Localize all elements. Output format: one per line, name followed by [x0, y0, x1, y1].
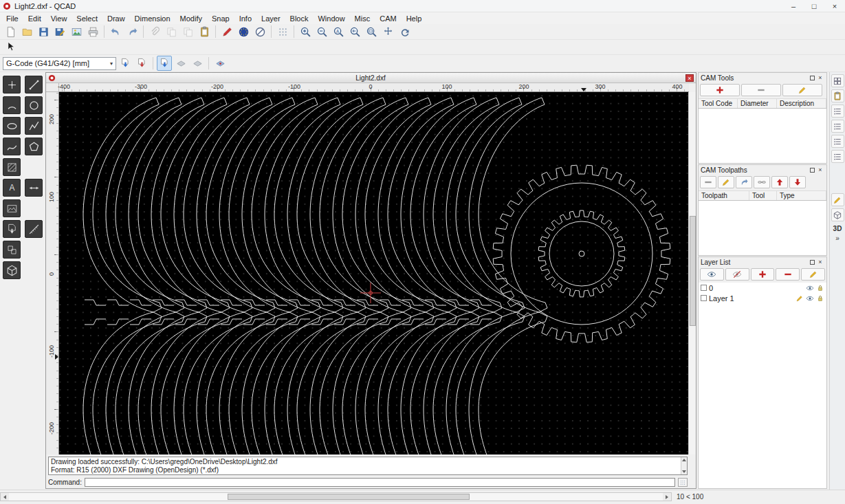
redo-button[interactable]: [124, 24, 140, 39]
copy-with-reference-button[interactable]: [180, 24, 195, 39]
layer-list[interactable]: 0 Layer 1: [699, 283, 826, 488]
dock-3d-label[interactable]: 3D: [833, 225, 842, 232]
open-file-button[interactable]: [19, 24, 34, 39]
pan-zoom-button[interactable]: [380, 24, 395, 39]
close-button[interactable]: ×: [824, 0, 845, 12]
move-up-button[interactable]: [771, 176, 788, 188]
horizontal-scrollbar[interactable]: [0, 492, 672, 501]
add-layer-button[interactable]: [751, 268, 775, 281]
panel-float-button[interactable]: [808, 258, 816, 266]
measure-tool-button[interactable]: [25, 220, 43, 238]
menu-window[interactable]: Window: [313, 14, 349, 23]
cam-simulate-button[interactable]: [212, 56, 228, 71]
panel-close-button[interactable]: ×: [816, 74, 824, 82]
dock-view-cube-button[interactable]: [831, 208, 844, 221]
save-as-button[interactable]: [52, 24, 67, 39]
isometric-view-button[interactable]: [173, 56, 188, 71]
scroll-right-icon[interactable]: [666, 495, 668, 499]
menu-edit[interactable]: Edit: [23, 14, 46, 23]
scroll-left-icon[interactable]: [3, 495, 6, 499]
print-button[interactable]: [85, 24, 100, 39]
menu-dimension[interactable]: Dimension: [130, 14, 175, 23]
property-editor-button[interactable]: [219, 24, 234, 39]
panel-float-button[interactable]: [808, 166, 816, 174]
dock-selection-filter-button[interactable]: [831, 120, 844, 133]
remove-tool-button[interactable]: [741, 84, 781, 96]
command-options-button[interactable]: [678, 478, 688, 487]
redraw-button[interactable]: [397, 24, 412, 39]
hide-all-layers-button[interactable]: [725, 268, 749, 281]
menu-block[interactable]: Block: [285, 14, 314, 23]
pencil-icon[interactable]: [795, 294, 804, 303]
cam-reexport-button[interactable]: [134, 56, 149, 71]
undo-button[interactable]: [108, 24, 123, 39]
previous-view-button[interactable]: [347, 24, 362, 39]
edit-layer-button[interactable]: [801, 268, 825, 281]
command-input[interactable]: [85, 478, 675, 487]
column-header[interactable]: Tool Code: [699, 99, 738, 108]
disable-preview-button[interactable]: [252, 24, 267, 39]
remove-toolpath-button[interactable]: [700, 176, 716, 188]
cam-tool-button[interactable]: [3, 220, 21, 238]
zoom-in-button[interactable]: [298, 24, 313, 39]
add-tool-button[interactable]: [700, 84, 740, 96]
modify-tool-button[interactable]: [3, 241, 21, 259]
vertical-scrollbar-thumb[interactable]: [690, 216, 696, 326]
console-scrollbar[interactable]: [681, 457, 687, 474]
lock-icon[interactable]: [816, 294, 824, 303]
auto-zoom-button[interactable]: [331, 24, 346, 39]
menu-cam[interactable]: CAM: [375, 14, 401, 23]
cut-button[interactable]: [147, 24, 162, 39]
menu-misc[interactable]: Misc: [350, 14, 375, 23]
layer-checkbox[interactable]: [701, 295, 707, 301]
postprocessor-select[interactable]: G-Code (G41/G42) [mm] ▾: [3, 57, 116, 70]
panel-close-button[interactable]: ×: [816, 258, 824, 266]
text-tool-button[interactable]: [3, 179, 21, 197]
point-tool-button[interactable]: [3, 76, 21, 94]
layer-row[interactable]: 0: [699, 283, 826, 293]
circle-tool-button[interactable]: [25, 96, 43, 114]
column-header[interactable]: Toolpath: [699, 191, 749, 200]
menu-help[interactable]: Help: [402, 14, 427, 23]
view-3d-tool-button[interactable]: [3, 261, 21, 279]
panel-float-button[interactable]: [808, 74, 816, 82]
ellipse-tool-button[interactable]: [3, 117, 21, 135]
eye-icon[interactable]: [806, 294, 814, 303]
layer-checkbox[interactable]: [701, 285, 707, 291]
copy-button[interactable]: [164, 24, 179, 39]
column-header[interactable]: Type: [777, 191, 826, 200]
drawing-window-titlebar[interactable]: Light2.dxf ×: [46, 73, 696, 83]
zoom-out-button[interactable]: [314, 24, 329, 39]
menu-snap[interactable]: Snap: [207, 14, 234, 23]
edit-toolpath-button[interactable]: [718, 176, 734, 188]
arc-tool-button[interactable]: [3, 96, 21, 114]
dock-pencil-button[interactable]: [831, 193, 844, 206]
selection-tool-button[interactable]: [3, 40, 18, 55]
dock-clipboard-button[interactable]: [831, 89, 844, 102]
lock-icon[interactable]: [816, 284, 824, 292]
menu-layer[interactable]: Layer: [256, 14, 285, 23]
dock-library-browser-button[interactable]: [831, 135, 844, 148]
dock-command-line-button[interactable]: [831, 150, 844, 163]
panel-close-button[interactable]: ×: [816, 166, 824, 174]
spline-tool-button[interactable]: [3, 138, 21, 155]
polyline-tool-button[interactable]: [25, 117, 43, 135]
cam-toolpaths-list[interactable]: [699, 201, 826, 255]
export-bitmap-button[interactable]: [69, 24, 84, 39]
minimize-button[interactable]: –: [783, 0, 804, 12]
menu-view[interactable]: View: [46, 14, 72, 23]
line-tool-button[interactable]: [25, 76, 43, 94]
hatch-tool-button[interactable]: [3, 158, 21, 176]
grid-toggle-button[interactable]: [275, 24, 290, 39]
cam-toggle-button[interactable]: [157, 56, 172, 71]
remove-layer-button[interactable]: [776, 268, 800, 281]
menu-file[interactable]: File: [1, 14, 23, 23]
link-toolpath-button[interactable]: [754, 176, 770, 188]
maximize-button[interactable]: □: [804, 0, 824, 12]
drawing-preferences-button[interactable]: [236, 24, 251, 39]
polygon-tool-button[interactable]: [25, 138, 43, 155]
vertical-scrollbar[interactable]: [688, 92, 696, 454]
column-header[interactable]: Description: [777, 99, 826, 108]
drawing-canvas[interactable]: [59, 92, 689, 454]
save-button[interactable]: [36, 24, 51, 39]
